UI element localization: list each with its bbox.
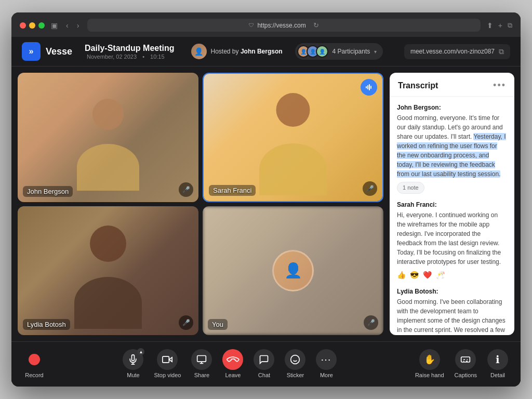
header: » Vesse Daily-Standup Meeting November, … (11, 37, 521, 66)
sticker-button[interactable]: Sticker (281, 347, 310, 380)
toolbar: Record ▲ Mute (11, 341, 521, 387)
leave-icon (222, 349, 243, 370)
mic-you: 🎤 (364, 315, 378, 330)
address-bar[interactable]: 🛡 https://vesse.com ↻ (87, 19, 480, 32)
reload-icon[interactable]: ↻ (313, 21, 319, 29)
toolbar-center: ▲ Mute Stop video (118, 347, 341, 380)
svg-rect-8 (197, 356, 206, 362)
tile-label-you: You (208, 319, 228, 330)
mute-button[interactable]: ▲ Mute (118, 347, 148, 380)
share-icon[interactable]: ⬆ (487, 21, 493, 30)
app-content: » Vesse Daily-Standup Meeting November, … (11, 37, 521, 387)
sticker-icon (285, 349, 305, 370)
browser-window: ▣ ‹ › 🛡 https://vesse.com ↻ ⬆ + ⧉ » Vess… (11, 12, 521, 387)
avatar-3: 👤 (316, 45, 328, 58)
captions-button[interactable]: Captions (450, 347, 481, 380)
chat-button[interactable]: Chat (249, 347, 278, 380)
browser-chrome: ▣ ‹ › 🛡 https://vesse.com ↻ ⬆ + ⧉ (11, 12, 521, 37)
browser-actions: ⬆ + ⧉ (487, 21, 512, 30)
speaker-lydia: Lydia Botosh: (397, 288, 438, 295)
raise-hand-button[interactable]: ✋ Raise hand (411, 347, 448, 380)
video-feed-sarah (204, 74, 382, 201)
maximize-button[interactable] (38, 22, 45, 29)
tile-label-sarah: Sarah Franci (209, 185, 256, 196)
logo-area: » Vesse (22, 42, 72, 61)
tile-label-john: John Bergson (23, 186, 73, 197)
security-icon: 🛡 (249, 22, 254, 28)
up-arrow-icon: ▲ (137, 348, 144, 355)
transcript-entry-lydia: Lydia Botosh: Good morning. I've been co… (397, 287, 507, 336)
back-button[interactable]: ‹ (64, 20, 71, 31)
sticker-label: Sticker (287, 372, 304, 378)
captions-label: Captions (455, 372, 477, 378)
you-avatar-circle: 👤 (272, 250, 314, 291)
mic-muted-john: 🎤 (179, 182, 193, 197)
transcript-text-john: Good morning, everyone. It's time for ou… (397, 113, 507, 179)
transcript-body: John Bergson: Good morning, everyone. It… (390, 97, 514, 335)
chat-icon (254, 349, 274, 370)
tile-label-lydia: Lydia Botosh (23, 319, 70, 330)
close-button[interactable] (20, 22, 26, 29)
tab-overview-icon[interactable]: ⧉ (508, 21, 512, 30)
app-logo: » (22, 42, 41, 61)
add-tab-icon[interactable]: + (498, 21, 502, 30)
more-button[interactable]: ⋯ More (312, 347, 341, 380)
transcript-entry-john: John Bergson: Good morning, everyone. It… (397, 103, 507, 194)
meeting-link-box: meet.vesse.com/von-zinoz087 ⧉ (404, 44, 510, 59)
toolbar-left: Record (20, 347, 49, 380)
host-text: Hosted by John Bergson (211, 48, 283, 55)
svg-rect-14 (461, 357, 470, 362)
svg-rect-0 (366, 86, 367, 88)
transcript-header: Transcript ••• (390, 73, 514, 97)
participant-avatars: 👤 👤 👤 (297, 45, 328, 58)
video-feed-lydia (18, 206, 198, 336)
transcript-entry-sarah: Sarah Franci: Hi, everyone. I continued … (397, 200, 507, 281)
svg-rect-2 (369, 84, 370, 90)
meeting-date: November, 02 2023 • 10:15 (85, 54, 174, 60)
meeting-link: meet.vesse.com/von-zinoz087 (410, 48, 495, 55)
participants-button[interactable]: 👤 👤 👤 4 Participants ▾ (295, 43, 383, 60)
record-button[interactable]: Record (20, 347, 49, 380)
leave-button[interactable]: Leave (218, 347, 247, 380)
transcript-menu-button[interactable]: ••• (493, 80, 506, 91)
video-tile-john: John Bergson 🎤 (18, 73, 198, 202)
svg-marker-6 (169, 357, 172, 362)
main-area: John Bergson 🎤 (11, 66, 521, 341)
chat-label: Chat (258, 372, 270, 378)
record-label: Record (25, 372, 43, 378)
host-avatar: 👤 (191, 44, 207, 59)
share-button[interactable]: Share (187, 347, 216, 380)
speaker-john: John Bergson: (397, 104, 441, 111)
video-tile-lydia: Lydia Botosh 🎤 (18, 206, 198, 336)
transcript-text-lydia: Good morning. I've been collaborating wi… (397, 297, 507, 336)
highlighted-passage: Yesterday, I worked on refining the user… (397, 133, 506, 178)
stop-video-label: Stop video (154, 372, 181, 378)
sidebar-toggle-icon[interactable]: ▣ (51, 21, 58, 30)
meeting-title: Daily-Standup Meeting (85, 44, 174, 53)
leave-label: Leave (225, 372, 241, 378)
participants-count: 4 Participants (332, 48, 370, 55)
video-grid: John Bergson 🎤 (18, 73, 383, 335)
speaker-sarah: Sarah Franci: (397, 201, 437, 208)
more-icon: ⋯ (316, 349, 337, 370)
transcript-panel: Transcript ••• John Bergson: Good mornin… (390, 73, 514, 335)
mute-label: Mute (127, 372, 139, 378)
mic-lydia: 🎤 (179, 315, 193, 330)
forward-button[interactable]: › (75, 20, 82, 31)
camera-icon (157, 349, 178, 370)
toolbar-right: ✋ Raise hand Captions ℹ Detail (411, 347, 512, 380)
stop-video-button[interactable]: Stop video (150, 347, 185, 380)
share-screen-icon (191, 349, 212, 370)
emoji-reactions: 👍 😎 ❤️ 🥂 (397, 270, 507, 281)
copy-link-button[interactable]: ⧉ (499, 47, 504, 56)
note-badge[interactable]: 1 note (397, 182, 424, 194)
app-name: Vesse (46, 46, 72, 57)
svg-rect-7 (163, 356, 169, 363)
meeting-info: Daily-Standup Meeting November, 02 2023 … (85, 44, 174, 60)
detail-button[interactable]: ℹ Detail (483, 347, 512, 380)
traffic-lights (20, 22, 45, 29)
svg-rect-1 (367, 85, 368, 89)
svg-rect-3 (370, 86, 371, 89)
minimize-button[interactable] (29, 22, 35, 29)
mic-sarah: 🎤 (363, 181, 377, 196)
